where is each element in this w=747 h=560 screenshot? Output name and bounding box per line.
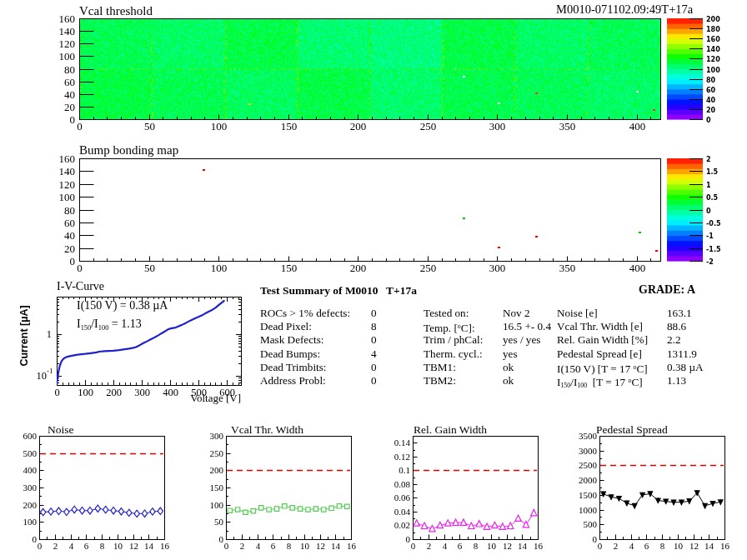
summary-label: Dead Trimbits: — [260, 361, 350, 374]
summary-value: Nov 2 — [503, 307, 551, 320]
summary-label: TBM1: — [424, 361, 483, 374]
summary-value: 8 — [371, 320, 377, 333]
noise-plot-title: Noise — [48, 423, 74, 436]
summary-col1-values: 0 8 0 4 0 0 — [371, 307, 377, 388]
summary-value: 1.13 — [667, 374, 704, 388]
summary-col1-labels: ROCs > 1% defects: Dead Pixel: Mask Defe… — [260, 307, 350, 388]
iv-annotation-ratio: I150/I100 = 1.13 — [77, 318, 142, 332]
iv-y-axis-label: Current [µA] — [18, 286, 30, 386]
summary-value: 88.6 — [667, 320, 704, 333]
summary-label: TBM2: — [424, 374, 483, 388]
grade-badge: GRADE: A — [639, 283, 695, 297]
summary-label: Temp. [oC]: — [424, 320, 483, 333]
summary-value: yes — [503, 348, 551, 361]
vcal-map-title: Vcal threshold — [79, 4, 153, 18]
summary-value: 1311.9 — [667, 348, 704, 361]
summary-label: ROCs > 1% defects: — [260, 307, 350, 320]
summary-label: I(150 V) [T = 17 oC] — [557, 361, 648, 374]
summary-value: 16.5 +- 0.4 — [503, 320, 551, 333]
vcal-width-plot-title: Vcal Thr. Width — [231, 423, 303, 436]
summary-value: 0 — [371, 374, 377, 388]
summary-subtitle: T+17a — [386, 284, 417, 297]
summary-value: 163.1 — [667, 307, 704, 320]
vcal-threshold-heatmap-canvas — [0, 0, 747, 140]
summary-label: Tested on: — [424, 307, 483, 320]
summary-label: Vcal Thr. Width [e] — [557, 320, 648, 333]
roc-summary-plots-canvas — [0, 417, 747, 560]
summary-label: Address Probl: — [260, 374, 350, 388]
summary-label: Dead Pixel: — [260, 320, 350, 333]
summary-value: 4 — [371, 348, 377, 361]
summary-label: Trim / phCal: — [424, 333, 483, 347]
summary-label: Noise [e] — [557, 307, 648, 320]
summary-col2-values: Nov 2 16.5 +- 0.4 yes / yes yes ok ok — [503, 307, 551, 388]
summary-label: Therm. cycl.: — [424, 348, 483, 361]
iv-x-axis-label: Voltage [V] — [158, 392, 241, 405]
summary-title: Test Summary of M0010 — [260, 284, 379, 297]
summary-value: 0.38 µA — [667, 361, 704, 374]
module-run-label: M0010-071102.09:49T+17a — [556, 2, 693, 16]
summary-label: Rel. Gain Width [%] — [557, 333, 648, 347]
summary-label: I150/I100 [T = 17 oC] — [557, 374, 648, 388]
summary-col3-values: 163.1 88.6 2.2 1311.9 0.38 µA 1.13 — [667, 307, 704, 388]
rel-gain-width-plot-title: Rel. Gain Width — [414, 423, 487, 436]
summary-label: Dead Bumps: — [260, 348, 350, 361]
summary-col2-labels: Tested on: Temp. [oC]: Trim / phCal: The… — [424, 307, 483, 388]
summary-value: 0 — [371, 333, 377, 347]
module-test-report: Vcal threshold M0010-071102.09:49T+17a B… — [0, 0, 747, 560]
summary-col3-labels: Noise [e] Vcal Thr. Width [e] Rel. Gain … — [557, 307, 648, 388]
summary-label: Pedestal Spread [e] — [557, 348, 648, 361]
summary-value: yes / yes — [503, 333, 551, 347]
iv-curve-title: I-V-Curve — [57, 280, 104, 293]
summary-value: ok — [503, 361, 551, 374]
summary-value: 0 — [371, 307, 377, 320]
summary-label: Mask Defects: — [260, 333, 350, 347]
iv-annotation-current: I(150 V) = 0.38 µA — [77, 299, 168, 312]
pedestal-spread-plot-title: Pedestal Spread — [596, 423, 668, 436]
bump-bonding-map-canvas — [0, 140, 747, 279]
bump-map-title: Bump bonding map — [79, 143, 178, 158]
summary-value: ok — [503, 374, 551, 388]
summary-value: 0 — [371, 361, 377, 374]
summary-value: 2.2 — [667, 333, 704, 347]
